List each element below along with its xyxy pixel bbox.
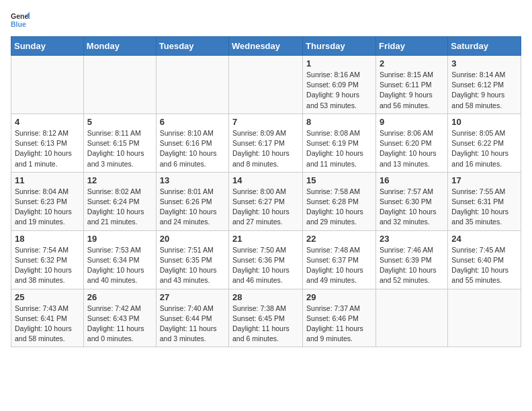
day-cell: 24Sunrise: 7:45 AM Sunset: 6:40 PM Dayli… [448,230,521,289]
day-number: 19 [87,234,152,244]
page-header: General Blue [11,11,521,30]
day-number: 23 [380,234,444,244]
col-header-tuesday: Tuesday [156,37,228,56]
day-cell: 25Sunrise: 7:43 AM Sunset: 6:41 PM Dayli… [11,289,84,347]
day-cell: 14Sunrise: 8:00 AM Sunset: 6:27 PM Dayli… [229,172,303,230]
day-number: 8 [306,117,372,127]
day-cell: 13Sunrise: 8:01 AM Sunset: 6:26 PM Dayli… [156,172,228,230]
day-info: Sunrise: 7:40 AM Sunset: 6:44 PM Dayligh… [160,304,225,345]
day-info: Sunrise: 8:05 AM Sunset: 6:22 PM Dayligh… [451,128,517,169]
day-cell: 4Sunrise: 8:12 AM Sunset: 6:13 PM Daylig… [11,113,84,172]
day-cell: 1Sunrise: 8:16 AM Sunset: 6:09 PM Daylig… [303,56,376,114]
day-cell [83,56,156,114]
day-number: 5 [87,117,152,127]
col-header-saturday: Saturday [448,37,521,56]
logo: General Blue [11,11,32,30]
day-number: 1 [306,58,372,68]
col-header-monday: Monday [83,37,156,56]
week-row-5: 25Sunrise: 7:43 AM Sunset: 6:41 PM Dayli… [11,289,521,347]
day-cell: 22Sunrise: 7:48 AM Sunset: 6:37 PM Dayli… [303,230,376,289]
day-number: 22 [306,234,372,244]
day-cell: 23Sunrise: 7:46 AM Sunset: 6:39 PM Dayli… [375,230,447,289]
day-number: 17 [451,175,517,185]
day-number: 24 [451,234,517,244]
col-header-wednesday: Wednesday [229,37,303,56]
day-number: 7 [232,117,299,127]
day-number: 6 [160,117,225,127]
day-cell: 5Sunrise: 8:11 AM Sunset: 6:15 PM Daylig… [83,113,156,172]
day-number: 28 [232,292,299,302]
day-info: Sunrise: 8:04 AM Sunset: 6:23 PM Dayligh… [15,187,80,228]
day-info: Sunrise: 8:02 AM Sunset: 6:24 PM Dayligh… [87,187,152,228]
day-info: Sunrise: 7:55 AM Sunset: 6:31 PM Dayligh… [451,187,517,228]
col-header-friday: Friday [375,37,447,56]
day-info: Sunrise: 7:42 AM Sunset: 6:43 PM Dayligh… [87,304,152,345]
day-cell: 21Sunrise: 7:50 AM Sunset: 6:36 PM Dayli… [229,230,303,289]
day-info: Sunrise: 8:01 AM Sunset: 6:26 PM Dayligh… [160,187,225,228]
day-info: Sunrise: 7:51 AM Sunset: 6:35 PM Dayligh… [160,245,225,286]
week-row-2: 4Sunrise: 8:12 AM Sunset: 6:13 PM Daylig… [11,113,521,172]
day-cell: 7Sunrise: 8:09 AM Sunset: 6:17 PM Daylig… [229,113,303,172]
day-cell: 3Sunrise: 8:14 AM Sunset: 6:12 PM Daylig… [448,56,521,114]
day-cell [156,56,228,114]
calendar-table: SundayMondayTuesdayWednesdayThursdayFrid… [11,36,521,347]
day-info: Sunrise: 7:54 AM Sunset: 6:32 PM Dayligh… [15,245,80,286]
day-cell [229,56,303,114]
day-number: 21 [232,234,299,244]
svg-text:General: General [11,12,30,20]
day-number: 26 [87,292,152,302]
day-cell: 18Sunrise: 7:54 AM Sunset: 6:32 PM Dayli… [11,230,84,289]
day-number: 3 [451,58,517,68]
day-cell: 19Sunrise: 7:53 AM Sunset: 6:34 PM Dayli… [83,230,156,289]
day-cell: 27Sunrise: 7:40 AM Sunset: 6:44 PM Dayli… [156,289,228,347]
day-info: Sunrise: 7:53 AM Sunset: 6:34 PM Dayligh… [87,245,152,286]
calendar-header-row: SundayMondayTuesdayWednesdayThursdayFrid… [11,37,521,56]
day-number: 12 [87,175,152,185]
week-row-1: 1Sunrise: 8:16 AM Sunset: 6:09 PM Daylig… [11,56,521,114]
week-row-3: 11Sunrise: 8:04 AM Sunset: 6:23 PM Dayli… [11,172,521,230]
day-cell: 26Sunrise: 7:42 AM Sunset: 6:43 PM Dayli… [83,289,156,347]
day-info: Sunrise: 8:09 AM Sunset: 6:17 PM Dayligh… [232,128,299,169]
day-info: Sunrise: 8:12 AM Sunset: 6:13 PM Dayligh… [15,128,80,169]
day-info: Sunrise: 7:50 AM Sunset: 6:36 PM Dayligh… [232,245,299,286]
day-info: Sunrise: 7:43 AM Sunset: 6:41 PM Dayligh… [15,304,80,345]
day-cell: 6Sunrise: 8:10 AM Sunset: 6:16 PM Daylig… [156,113,228,172]
day-cell: 8Sunrise: 8:08 AM Sunset: 6:19 PM Daylig… [303,113,376,172]
day-info: Sunrise: 7:45 AM Sunset: 6:40 PM Dayligh… [451,245,517,286]
day-info: Sunrise: 7:48 AM Sunset: 6:37 PM Dayligh… [306,245,372,286]
day-number: 11 [15,175,80,185]
day-info: Sunrise: 8:11 AM Sunset: 6:15 PM Dayligh… [87,128,152,169]
day-number: 27 [160,292,225,302]
day-cell [375,289,447,347]
day-number: 10 [451,117,517,127]
day-info: Sunrise: 8:06 AM Sunset: 6:20 PM Dayligh… [380,128,444,169]
day-info: Sunrise: 8:10 AM Sunset: 6:16 PM Dayligh… [160,128,225,169]
col-header-sunday: Sunday [11,37,84,56]
day-cell: 20Sunrise: 7:51 AM Sunset: 6:35 PM Dayli… [156,230,228,289]
day-info: Sunrise: 7:46 AM Sunset: 6:39 PM Dayligh… [380,245,444,286]
col-header-thursday: Thursday [303,37,376,56]
day-info: Sunrise: 7:37 AM Sunset: 6:46 PM Dayligh… [306,304,372,345]
day-cell: 11Sunrise: 8:04 AM Sunset: 6:23 PM Dayli… [11,172,84,230]
day-cell: 29Sunrise: 7:37 AM Sunset: 6:46 PM Dayli… [303,289,376,347]
day-cell: 15Sunrise: 7:58 AM Sunset: 6:28 PM Dayli… [303,172,376,230]
day-info: Sunrise: 7:57 AM Sunset: 6:30 PM Dayligh… [380,187,444,228]
week-row-4: 18Sunrise: 7:54 AM Sunset: 6:32 PM Dayli… [11,230,521,289]
day-cell: 16Sunrise: 7:57 AM Sunset: 6:30 PM Dayli… [375,172,447,230]
day-cell: 10Sunrise: 8:05 AM Sunset: 6:22 PM Dayli… [448,113,521,172]
day-number: 14 [232,175,299,185]
day-number: 9 [380,117,444,127]
logo-icon: General Blue [11,11,30,30]
day-number: 16 [380,175,444,185]
day-info: Sunrise: 8:16 AM Sunset: 6:09 PM Dayligh… [306,70,372,111]
day-cell [448,289,521,347]
day-number: 2 [380,58,444,68]
day-number: 15 [306,175,372,185]
day-info: Sunrise: 7:58 AM Sunset: 6:28 PM Dayligh… [306,187,372,228]
day-number: 25 [15,292,80,302]
day-number: 18 [15,234,80,244]
day-number: 29 [306,292,372,302]
day-cell [11,56,84,114]
day-cell: 9Sunrise: 8:06 AM Sunset: 6:20 PM Daylig… [375,113,447,172]
day-info: Sunrise: 8:15 AM Sunset: 6:11 PM Dayligh… [380,70,444,111]
